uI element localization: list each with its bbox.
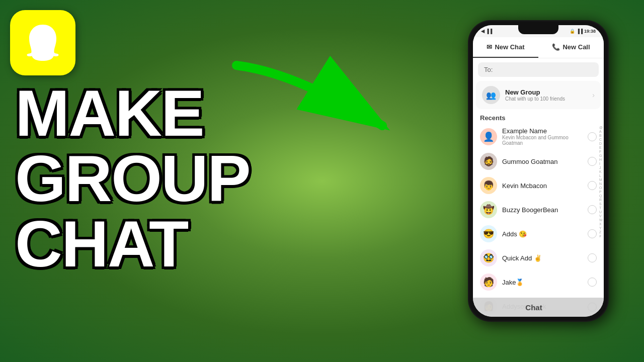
- green-arrow: [226, 55, 403, 146]
- contact-name: Adds 😘: [502, 230, 583, 238]
- list-item[interactable]: 🧑 Jake🏅: [473, 270, 604, 294]
- contact-name: Quick Add ✌: [502, 254, 583, 262]
- chat-button-bar[interactable]: Chat: [473, 298, 604, 317]
- headline-line3: CHAT: [15, 211, 250, 277]
- avatar: 🤠: [480, 201, 497, 218]
- contact-name: Jake🏅: [502, 279, 583, 286]
- list-item[interactable]: 🤠 Buzzy BoogerBean: [473, 198, 604, 222]
- status-right: 🔒 ▐▐ 19:38: [570, 29, 596, 34]
- new-group-text: New Group Chat with up to 100 friends: [505, 88, 565, 102]
- new-group-title: New Group: [505, 88, 565, 96]
- new-group-row[interactable]: 👥 New Group Chat with up to 100 friends …: [476, 81, 601, 109]
- chevron-right-icon: ›: [592, 91, 595, 99]
- radio-button[interactable]: [588, 181, 597, 190]
- new-group-avatar: 👥: [482, 86, 500, 104]
- status-left: ◀ ▐▐: [481, 29, 492, 34]
- radio-button[interactable]: [588, 278, 597, 287]
- phone-outer: ◀ ▐▐ 🔒 ▐▐ 19:38 ✉ New Chat 📞 New Call To…: [468, 20, 609, 322]
- recents-label: Recents: [473, 111, 604, 124]
- radio-button[interactable]: [588, 132, 597, 141]
- chat-radio-button[interactable]: [588, 303, 597, 312]
- to-label: To:: [484, 66, 493, 73]
- phone-notch: [518, 25, 558, 34]
- radio-button[interactable]: [588, 205, 597, 214]
- tab-new-chat[interactable]: ✉ New Chat: [473, 37, 538, 58]
- headline: MAKE GROUP CHAT: [15, 80, 250, 277]
- radio-button[interactable]: [588, 253, 597, 262]
- radio-button[interactable]: [588, 157, 597, 166]
- alphabet-sidebar: @ A B C D E F G H I J K L M N O P Q R S: [599, 126, 603, 238]
- to-field[interactable]: To:: [478, 62, 599, 77]
- list-item[interactable]: 🥸 Quick Add ✌: [473, 246, 604, 270]
- contact-name: Kevin Mcbacon: [502, 182, 583, 190]
- headline-line2: GROUP: [15, 146, 250, 211]
- avatar: 🧔: [480, 153, 497, 170]
- new-group-subtitle: Chat with up to 100 friends: [505, 96, 565, 102]
- phone-screen: ◀ ▐▐ 🔒 ▐▐ 19:38 ✉ New Chat 📞 New Call To…: [473, 25, 604, 317]
- radio-button[interactable]: [588, 229, 597, 238]
- avatar: 👤: [480, 128, 497, 145]
- new-call-label: New Call: [562, 43, 590, 51]
- list-item[interactable]: 👦 Kevin Mcbacon: [473, 173, 604, 198]
- avatar: 😎: [480, 225, 497, 242]
- tab-new-call[interactable]: 📞 New Call: [538, 37, 604, 58]
- new-chat-label: New Chat: [495, 43, 524, 51]
- tab-bar: ✉ New Chat 📞 New Call: [473, 37, 604, 58]
- snapchat-logo: [10, 10, 75, 75]
- phone-mockup: ◀ ▐▐ 🔒 ▐▐ 19:38 ✉ New Chat 📞 New Call To…: [458, 5, 619, 347]
- list-item[interactable]: 😎 Adds 😘: [473, 222, 604, 246]
- contact-list: 👤 Example Name Kevin Mcbacon and Gummoo …: [473, 124, 604, 317]
- new-call-icon: 📞: [552, 43, 560, 51]
- avatar: 🥸: [480, 249, 497, 266]
- headline-line1: MAKE: [15, 80, 250, 146]
- chat-button-label: Chat: [480, 303, 588, 312]
- avatar: 👦: [480, 177, 497, 194]
- avatar: 🧑: [480, 274, 497, 291]
- list-item[interactable]: 👤 Example Name Kevin Mcbacon and Gummoo …: [473, 124, 604, 149]
- new-chat-icon: ✉: [487, 43, 492, 51]
- contact-name: Example Name Kevin Mcbacon and Gummoo Go…: [502, 127, 583, 146]
- contact-name: Buzzy BoogerBean: [502, 206, 583, 214]
- list-item[interactable]: 🧔 Gummoo Goatman: [473, 149, 604, 173]
- contact-name: Gummoo Goatman: [502, 158, 583, 165]
